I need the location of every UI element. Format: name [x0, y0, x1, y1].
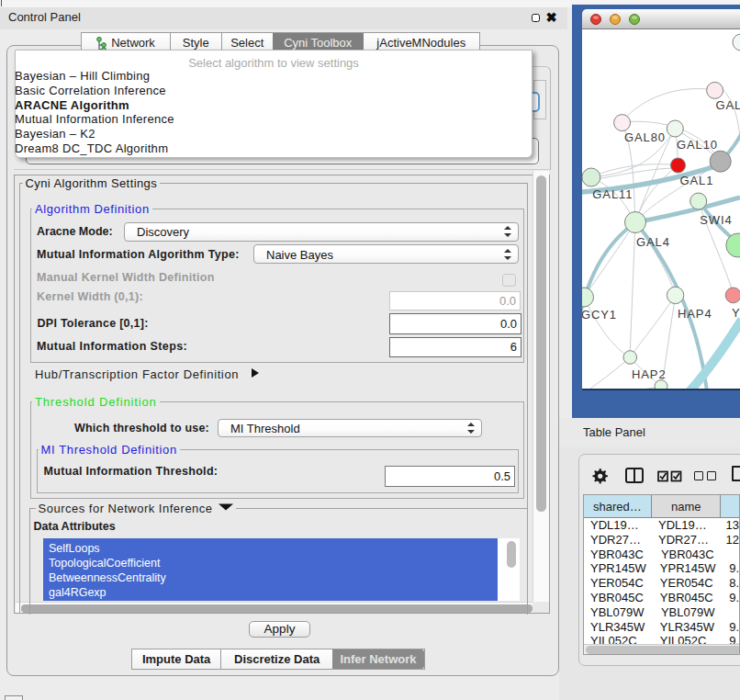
svg-text:HAP4: HAP4: [678, 307, 712, 321]
svg-text:GAL80: GAL80: [624, 130, 666, 144]
svg-text:GAL1: GAL1: [680, 174, 714, 187]
svg-text:GAL: GAL: [716, 98, 740, 112]
svg-text:SWI4: SWI4: [700, 213, 732, 227]
svg-text:GCY1: GCY1: [582, 308, 617, 322]
svg-text:GAL4: GAL4: [636, 235, 670, 249]
svg-text:GAL11: GAL11: [592, 187, 633, 201]
svg-text:GAL10: GAL10: [677, 138, 718, 152]
svg-text:HAP2: HAP2: [632, 367, 667, 381]
svg-text:Y: Y: [732, 306, 740, 320]
